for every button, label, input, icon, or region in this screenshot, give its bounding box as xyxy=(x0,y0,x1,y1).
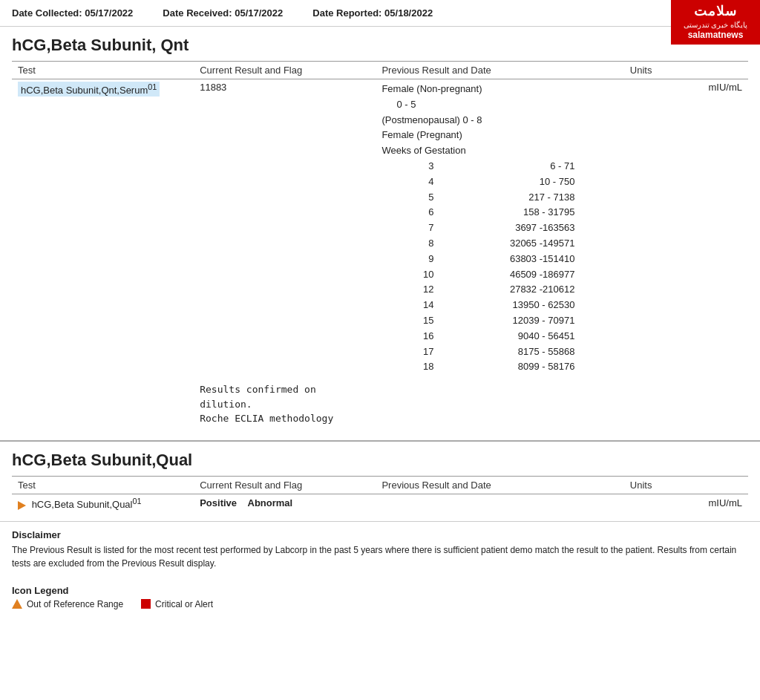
week-number: 7 xyxy=(411,220,433,236)
week-number: 9 xyxy=(411,252,433,267)
date-received-value: 05/17/2022 xyxy=(235,7,283,19)
disclaimer-title: Disclaimer xyxy=(12,529,748,540)
section-hcg-qnt: hCG,Beta Subunit, Qnt Test Current Resul… xyxy=(0,27,760,442)
week-range-value: 13950 - 62530 xyxy=(485,298,574,313)
week-range-value: 217 - 7138 xyxy=(485,190,574,206)
week-number: 6 xyxy=(411,205,433,220)
week-number: 5 xyxy=(411,190,433,206)
week-range-row: 73697 -163563 xyxy=(381,220,574,236)
icon-legend-section: Icon Legend Out of Reference Range Criti… xyxy=(0,578,760,617)
week-range-row: 169040 - 56451 xyxy=(381,329,574,344)
test-name-cell: hCG,Beta Subunit,Qnt,Serum01 xyxy=(12,79,194,378)
week-range-row: 410 - 750 xyxy=(381,174,574,190)
week-range-row: 188099 - 58176 xyxy=(381,359,574,375)
week-range-row: 36 - 71 xyxy=(381,159,574,174)
week-range-row: 1227832 -210612 xyxy=(381,282,574,298)
notes-text: Results confirmed ondilution.Roche ECLIA… xyxy=(200,379,370,429)
header-bar: Date Collected: 05/17/2022 Date Received… xyxy=(0,0,760,27)
logo-top: سلامت xyxy=(675,3,756,20)
results-table-qnt: Test Current Result and Flag Previous Re… xyxy=(12,61,748,431)
notes-cell: Results confirmed ondilution.Roche ECLIA… xyxy=(194,377,376,431)
col-header-previous: Previous Result and Date xyxy=(376,62,623,79)
col-header-units: Units xyxy=(624,62,748,79)
date-collected-label: Date Collected: xyxy=(12,7,82,19)
week-number: 15 xyxy=(411,313,433,329)
header-dates: Date Collected: 05/17/2022 Date Received… xyxy=(12,7,748,19)
square-icon xyxy=(141,599,151,609)
result-value: 11883 xyxy=(200,82,226,93)
week-range-value: 27832 -210612 xyxy=(485,282,574,298)
week-range-row: 178175 - 55868 xyxy=(381,344,574,360)
week-range-value: 46509 -186977 xyxy=(485,267,574,283)
previous-result-cell: Female (Non-pregnant) 0 - 5 (Postmenopau… xyxy=(376,79,623,378)
col2-header-previous: Previous Result and Date xyxy=(376,476,623,494)
logo-name: salamatnews xyxy=(675,30,756,42)
qual-units-cell: mIU/mL xyxy=(624,494,748,512)
section2-title: hCG,Beta Subunit,Qual xyxy=(12,451,748,470)
disclaimer-text: The Previous Result is listed for the mo… xyxy=(12,543,748,570)
logo: سلامت پایگاه خبری تندرستی salamatnews xyxy=(671,0,760,45)
week-range-value: 8099 - 58176 xyxy=(485,359,574,375)
week-number: 8 xyxy=(411,236,433,252)
week-number: 3 xyxy=(411,159,433,174)
units-cell: mIU/mL xyxy=(624,79,748,378)
weeks-ranges: 36 - 71410 - 7505217 - 71386158 - 317957… xyxy=(381,159,618,375)
week-number: 4 xyxy=(411,174,433,190)
legend-critical-label: Critical or Alert xyxy=(155,599,213,609)
table-row: hCG,Beta Subunit,Qnt,Serum01 11883 Femal… xyxy=(12,79,748,378)
disclaimer-section: Disclaimer The Previous Result is listed… xyxy=(0,522,760,578)
date-received: Date Received: 05/17/2022 xyxy=(163,7,283,19)
non-pregnant-range: 0 - 5 xyxy=(381,97,618,113)
week-number: 17 xyxy=(411,344,433,360)
date-reported-value: 05/18/2022 xyxy=(384,7,433,19)
col2-header-test: Test xyxy=(12,476,194,494)
qual-test-name-cell: hCG,Beta Subunit,Qual01 xyxy=(12,494,194,512)
week-range-value: 12039 - 70971 xyxy=(485,313,574,329)
qual-result-value: Positive xyxy=(200,497,237,508)
results-table-qual: Test Current Result and Flag Previous Re… xyxy=(12,476,748,512)
week-range-value: 9040 - 56451 xyxy=(485,329,574,344)
qual-previous-cell xyxy=(376,494,623,512)
week-range-value: 6 - 71 xyxy=(485,159,574,174)
weeks-of-gestation: Weeks of Gestation xyxy=(381,143,618,159)
qual-result-cell: Positive Abnormal xyxy=(194,494,376,512)
week-range-row: 1046509 -186977 xyxy=(381,267,574,283)
triangle-icon xyxy=(12,599,22,609)
week-range-value: 32065 -149571 xyxy=(485,236,574,252)
col-header-test: Test xyxy=(12,62,194,79)
postmenopausal: (Postmenopausal) 0 - 8 xyxy=(381,113,618,128)
reference-section: Female (Non-pregnant) 0 - 5 (Postmenopau… xyxy=(381,82,618,375)
notes-row: Results confirmed ondilution.Roche ECLIA… xyxy=(12,377,748,431)
legend-item-critical: Critical or Alert xyxy=(141,599,213,609)
week-number: 18 xyxy=(411,359,433,375)
week-range-value: 8175 - 55868 xyxy=(485,344,574,360)
week-range-value: 63803 -151410 xyxy=(485,252,574,267)
result-value-cell: 11883 xyxy=(194,79,376,378)
section1-title: hCG,Beta Subunit, Qnt xyxy=(12,36,748,55)
icon-legend-title: Icon Legend xyxy=(12,585,748,596)
section-hcg-qual: hCG,Beta Subunit,Qual Test Current Resul… xyxy=(0,442,760,522)
week-range-value: 10 - 750 xyxy=(485,174,574,190)
qual-table-row: hCG,Beta Subunit,Qual01 Positive Abnorma… xyxy=(12,494,748,512)
legend-item-range: Out of Reference Range xyxy=(12,599,123,609)
week-range-row: 963803 -151410 xyxy=(381,252,574,267)
test-name: hCG,Beta Subunit,Qnt,Serum01 xyxy=(18,82,160,97)
week-number: 10 xyxy=(411,267,433,283)
week-range-row: 1512039 - 70971 xyxy=(381,313,574,329)
date-received-label: Date Received: xyxy=(163,7,232,19)
female-non-pregnant: Female (Non-pregnant) xyxy=(381,82,618,97)
qual-flag: Abnormal xyxy=(248,497,293,508)
date-reported-label: Date Reported: xyxy=(312,7,381,19)
col2-header-result: Current Result and Flag xyxy=(194,476,376,494)
date-collected-value: 05/17/2022 xyxy=(85,7,133,19)
week-range-value: 3697 -163563 xyxy=(485,220,574,236)
play-arrow-icon xyxy=(18,501,26,510)
date-collected: Date Collected: 05/17/2022 xyxy=(12,7,133,19)
week-number: 14 xyxy=(411,298,433,313)
week-range-row: 1413950 - 62530 xyxy=(381,298,574,313)
legend-range-label: Out of Reference Range xyxy=(27,599,123,609)
date-reported: Date Reported: 05/18/2022 xyxy=(312,7,433,19)
legend-items: Out of Reference Range Critical or Alert xyxy=(12,599,748,609)
logo-sub: پایگاه خبری تندرستی xyxy=(675,20,756,30)
week-range-row: 6158 - 31795 xyxy=(381,205,574,220)
